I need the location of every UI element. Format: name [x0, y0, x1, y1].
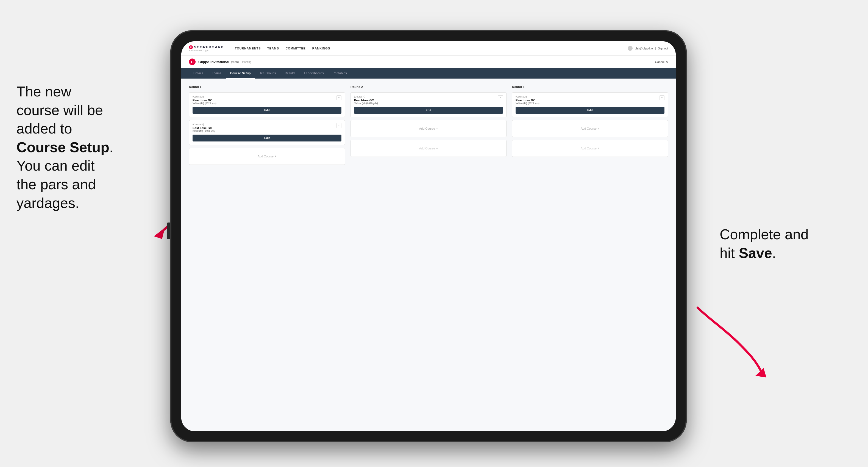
course-card-a-r2: (Course A) Peachtree GC Yellow (M) (6629… [350, 92, 506, 117]
nav-bar: C SCOREBOARD Powered by clippd TOURNAMEN… [181, 41, 676, 56]
nav-links: TOURNAMENTS TEAMS COMMITTEE RANKINGS [235, 45, 619, 51]
course-delete-a-r2[interactable]: × [498, 95, 503, 100]
nav-teams[interactable]: TEAMS [267, 45, 279, 51]
tab-leaderboards[interactable]: Leaderboards [300, 68, 328, 79]
tab-teams[interactable]: Teams [208, 68, 226, 79]
course-delete-b-r1[interactable]: × [337, 123, 341, 128]
add-course-r1[interactable]: Add Course + [189, 148, 345, 165]
add-course-r2[interactable]: Add Course + [350, 120, 506, 137]
course-tee-a-r1: Yellow (M) (6629 yds) [192, 102, 216, 105]
edit-course-a-r1[interactable]: Edit [192, 107, 341, 114]
nav-right: blair@clippd.io | Sign out [628, 46, 668, 51]
right-annotation: Complete and hit Save. [720, 225, 835, 262]
course-tee-a-r3: Yellow (M) (6629 yds) [516, 102, 539, 105]
tournament-name: Clippd Invitational [198, 60, 229, 64]
nav-rankings[interactable]: RANKINGS [312, 45, 330, 51]
edit-course-a-r2[interactable]: Edit [354, 107, 503, 114]
tab-bar: Details Teams Course Setup Tee Groups Re… [181, 68, 676, 79]
tournament-status: Hosting [242, 60, 251, 63]
tab-printables[interactable]: Printables [328, 68, 351, 79]
add-course-r3-disabled: Add Course + [512, 140, 668, 157]
edit-course-a-r3[interactable]: Edit [516, 107, 664, 114]
logo-subtitle: Powered by clippd [189, 49, 224, 52]
course-name-a-r2: Peachtree GC [354, 99, 378, 102]
add-course-r3[interactable]: Add Course + [512, 120, 668, 137]
round-1-column: Round 1 (Course A) Peachtree GC Yellow (… [189, 85, 345, 165]
course-card-header-b: (Course B) East Lake GC Black (M) (6891 … [192, 123, 341, 132]
course-tee-b-r1: Black (M) (6891 yds) [192, 130, 215, 132]
round-2-label: Round 2 [350, 85, 506, 89]
nav-logo: C SCOREBOARD Powered by clippd [189, 45, 224, 52]
round-2-column: Round 2 (Course A) Peachtree GC Yellow (… [350, 85, 506, 165]
tab-tee-groups[interactable]: Tee Groups [255, 68, 280, 79]
add-course-r1-plus: + [275, 155, 276, 158]
main-content: Round 1 (Course A) Peachtree GC Yellow (… [181, 79, 676, 431]
tablet-screen: C SCOREBOARD Powered by clippd TOURNAMEN… [181, 41, 676, 431]
round-1-label: Round 1 [189, 85, 345, 89]
tablet-device: C SCOREBOARD Powered by clippd TOURNAMEN… [170, 30, 687, 442]
logo-c-icon: C [189, 45, 193, 49]
round-3-column: Round 3 (Course A) Peachtree GC Yellow (… [512, 85, 668, 165]
add-course-r3-disabled-label: Add Course [581, 147, 597, 150]
tab-details[interactable]: Details [189, 68, 208, 79]
add-course-r2-plus: + [436, 127, 438, 130]
add-course-r3-plus: + [598, 127, 599, 130]
cancel-button[interactable]: Cancel ✕ [655, 60, 668, 64]
add-course-r2-label: Add Course [419, 127, 435, 130]
tournament-bar: C Clippd Invitational (Men) Hosting Canc… [181, 56, 676, 68]
course-delete-a-r1[interactable]: × [337, 95, 341, 100]
course-badge-a-r3: (Course A) [516, 95, 539, 98]
course-badge-a-r2: (Course A) [354, 95, 378, 98]
round-3-label: Round 3 [512, 85, 668, 89]
course-badge-b-r1: (Course B) [192, 123, 215, 126]
add-course-r1-label: Add Course [258, 155, 274, 158]
course-card-header-a-r3: (Course A) Peachtree GC Yellow (M) (6629… [516, 95, 664, 105]
tournament-gender: (Men) [231, 60, 239, 63]
tournament-logo: C [189, 59, 195, 65]
add-course-r2-disabled: Add Course + [350, 140, 506, 157]
course-card-a-r1: (Course A) Peachtree GC Yellow (M) (6629… [189, 92, 345, 117]
course-card-header: (Course A) Peachtree GC Yellow (M) (6629… [192, 95, 341, 105]
course-name-a-r3: Peachtree GC [516, 99, 539, 102]
nav-committee[interactable]: COMMITTEE [286, 45, 306, 51]
rounds-grid: Round 1 (Course A) Peachtree GC Yellow (… [189, 85, 668, 165]
edit-course-b-r1[interactable]: Edit [192, 134, 341, 142]
tablet-side-button [167, 222, 170, 239]
left-annotation: The new course will be added to Course S… [17, 83, 148, 212]
course-name-b-r1: East Lake GC [192, 126, 215, 130]
course-card-a-r3: (Course A) Peachtree GC Yellow (M) (6629… [512, 92, 668, 117]
nav-separator: | [655, 47, 656, 50]
course-card-header-a-r2: (Course A) Peachtree GC Yellow (M) (6629… [354, 95, 503, 105]
logo-title: SCOREBOARD [194, 45, 224, 49]
add-course-r2-disabled-label: Add Course [419, 147, 435, 150]
tab-results[interactable]: Results [280, 68, 300, 79]
user-email: blair@clippd.io [635, 47, 653, 50]
course-badge-a-r1: (Course A) [192, 95, 216, 98]
course-tee-a-r2: Yellow (M) (6629 yds) [354, 102, 378, 105]
user-avatar [628, 46, 632, 51]
add-course-r3-label: Add Course [581, 127, 597, 130]
add-course-r2-disabled-plus: + [436, 147, 438, 150]
course-card-b-r1: (Course B) East Lake GC Black (M) (6891 … [189, 120, 345, 145]
add-course-r3-disabled-plus: + [598, 147, 599, 150]
tab-course-setup[interactable]: Course Setup [226, 68, 255, 79]
svg-marker-0 [154, 228, 165, 239]
sign-out-link[interactable]: Sign out [658, 47, 668, 50]
right-arrow [687, 302, 775, 379]
course-delete-a-r3[interactable]: × [659, 95, 664, 100]
course-name-a-r1: Peachtree GC [192, 99, 216, 102]
nav-tournaments[interactable]: TOURNAMENTS [235, 45, 261, 51]
